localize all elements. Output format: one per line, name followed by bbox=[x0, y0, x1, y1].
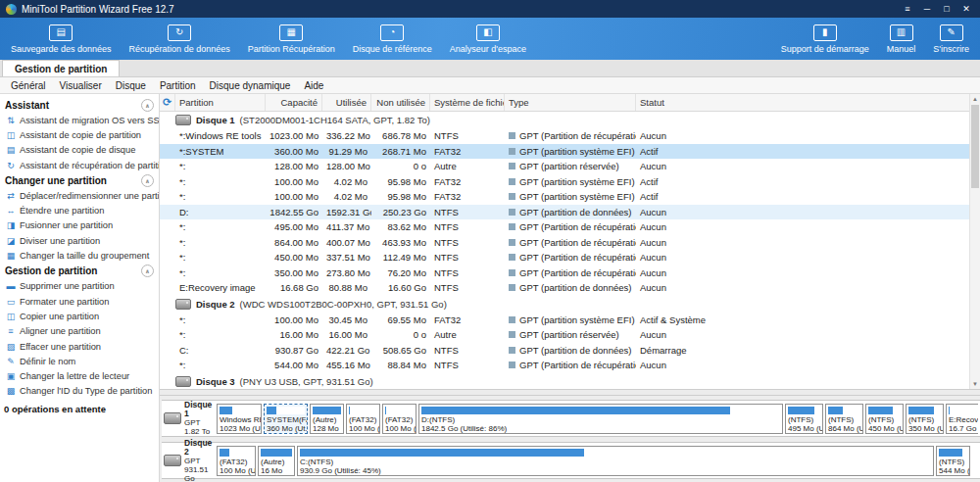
table-row[interactable]: *:100.00 Mo4.02 Mo95.98 MoFAT32GPT (part… bbox=[160, 174, 969, 190]
sidebar-item-assistant-de-migration-os-vers-ssd-hd[interactable]: ⇅Assistant de migration OS vers SSD/HD bbox=[0, 113, 159, 127]
vertical-scrollbar[interactable]: ▲ ▼ bbox=[969, 94, 980, 389]
toolbar-sauvegarde-des-donnees[interactable]: ▤Sauvegarde des données bbox=[2, 18, 121, 60]
toolbar-right-group: ▮Support de démarrage▥Manuel✎S'inscrire bbox=[772, 18, 978, 60]
maximize-button[interactable]: □ bbox=[937, 0, 956, 18]
sidebar-item-copier-une-partition[interactable]: ◫Copier une partition bbox=[0, 309, 159, 323]
partition-block[interactable]: (NTFS)864 Mo (Uti bbox=[825, 404, 863, 434]
table-row[interactable]: *:350.00 Mo273.80 Mo76.20 MoNTFSGPT (Par… bbox=[160, 265, 969, 281]
table-row[interactable]: *:16.00 Mo16.00 Mo0 oAutreGPT (partition… bbox=[160, 327, 969, 343]
disk-group-header[interactable]: Disque 3(PNY U3 USB, GPT, 931.51 Go) bbox=[160, 373, 969, 390]
splitter[interactable] bbox=[160, 389, 980, 396]
menu-general[interactable]: Général bbox=[4, 80, 53, 91]
sidebar-item-diviser-une-partition[interactable]: ◪Diviser une partition bbox=[0, 233, 159, 248]
sidebar-item-fusionner-une-partition[interactable]: ◨Fusionner une partition bbox=[0, 218, 159, 233]
partition-block[interactable]: (NTFS)450 Mo (Uti bbox=[865, 404, 904, 434]
sidebar-item-icon: ▩ bbox=[6, 386, 16, 396]
sidebar-item-effacer-une-partition[interactable]: ▨Effacer une partition bbox=[0, 339, 159, 354]
scroll-down-icon[interactable]: ▼ bbox=[972, 379, 978, 389]
toolbar-recuperation-de-donnees[interactable]: ↻Récupération de données bbox=[121, 18, 239, 60]
table-row[interactable]: *:450.00 Mo337.51 Mo112.49 MoNTFSGPT (Pa… bbox=[160, 250, 969, 265]
usage-bar bbox=[939, 449, 967, 457]
partition-block[interactable]: (FAT32)100 Mo (Ut) bbox=[346, 404, 380, 434]
partition-block[interactable]: C:(NTFS)930.9 Go (Utilisé: 45%) bbox=[297, 446, 934, 476]
sidebar-item-aligner-une-partition[interactable]: ≡Aligner une partition bbox=[0, 324, 159, 339]
partition-block[interactable]: D:(NTFS)1842.5 Go (Utilisé: 86%) bbox=[418, 404, 783, 434]
disk-group-header[interactable]: Disque 1(ST2000DM001-1CH164 SATA, GPT, 1… bbox=[160, 112, 969, 128]
partition-block[interactable]: Windows RE1023 Mo (U... bbox=[217, 404, 262, 434]
table-row[interactable]: C:930.87 Go422.21 Go508.65 GoNTFSGPT (pa… bbox=[160, 343, 969, 359]
partition-block[interactable]: SYSTEM(FAT360 Mo (Ut... bbox=[264, 404, 308, 434]
toolbar-item-label: Disque de référence bbox=[353, 44, 432, 54]
close-button[interactable]: ✕ bbox=[956, 0, 976, 18]
table-row[interactable]: *:100.00 Mo4.02 Mo95.98 MoFAT32GPT (part… bbox=[160, 189, 969, 205]
sidebar-item-changer-la-lettre-de-lecteur[interactable]: ▣Changer la lettre de lecteur bbox=[0, 368, 159, 383]
menu-visualiser[interactable]: Visualiser bbox=[53, 80, 109, 91]
sidebar-item-deplacer-redimensionner-une-partition[interactable]: ⇄Déplacer/redimensionner une partition bbox=[0, 188, 159, 203]
collapse-icon[interactable]: ∧ bbox=[141, 174, 154, 187]
table-row[interactable]: *:495.00 Mo411.37 Mo83.62 MoNTFSGPT (Par… bbox=[160, 219, 969, 235]
toolbar-support-de-demarrage[interactable]: ▮Support de démarrage bbox=[772, 18, 878, 60]
toolbar-s-inscrire[interactable]: ✎S'inscrire bbox=[924, 18, 978, 60]
partition-block[interactable]: (FAT32)100 Mo (Ut) bbox=[217, 446, 256, 476]
register-icon: ✎ bbox=[940, 24, 963, 41]
section-header-assistant[interactable]: Assistant∧ bbox=[0, 97, 159, 113]
table-row[interactable]: *:864.00 Mo400.07 Mo463.93 MoNTFSGPT (Pa… bbox=[160, 235, 969, 251]
section-header-changer-une-partition[interactable]: Changer une partition∧ bbox=[0, 172, 159, 188]
sidebar-item-formater-une-partition[interactable]: ▭Formater une partition bbox=[0, 294, 159, 309]
partition-block[interactable]: (NTFS)544 Mo (Uti bbox=[936, 446, 970, 476]
partition-block[interactable]: (FAT32)100 Mo (Ut) bbox=[382, 404, 416, 434]
collapse-icon[interactable]: ∧ bbox=[141, 265, 154, 277]
table-row[interactable]: *:100.00 Mo30.45 Mo69.55 MoFAT32GPT (par… bbox=[160, 313, 969, 328]
sidebar-item-assistant-de-copie-de-disque[interactable]: ▤Assistant de copie de disque bbox=[0, 143, 159, 158]
table-row[interactable]: *:128.00 Mo128.00 Mo0 oAutreGPT (partiti… bbox=[160, 159, 969, 174]
disk-group-header[interactable]: Disque 2(WDC WDS100T2B0C-00PXH0, GPT, 93… bbox=[160, 296, 969, 313]
table-row[interactable]: D:1842.55 Go1592.31 Go250.23 GoNTFSGPT (… bbox=[160, 205, 969, 220]
menu-disque-dynamique[interactable]: Disque dynamique bbox=[203, 80, 298, 91]
table-row[interactable]: *:SYSTEM360.00 Mo91.29 Mo268.71 MoFAT32G… bbox=[160, 144, 969, 160]
table-row[interactable]: E:Recovery image16.68 Go80.88 Mo16.60 Go… bbox=[160, 280, 969, 296]
toolbar-disque-de-reference[interactable]: ◔Disque de référence bbox=[344, 18, 441, 60]
partition-block[interactable]: (NTFS)350 Mo (Uti bbox=[906, 404, 944, 434]
column-header-utilisee: Utilisée bbox=[322, 94, 371, 111]
partition-block[interactable]: (Autre)128 Mo bbox=[310, 404, 344, 434]
cell-partition: *:Windows RE tools bbox=[160, 130, 266, 141]
sidebar-item-supprimer-une-partition[interactable]: ▬Supprimer une partition bbox=[0, 279, 159, 294]
menu-partition[interactable]: Partition bbox=[153, 80, 203, 91]
partition-block[interactable]: E:Recovery I...16.7 Go bbox=[946, 404, 978, 434]
scroll-up-icon[interactable]: ▲ bbox=[972, 94, 978, 104]
scroll-thumb[interactable] bbox=[971, 105, 979, 188]
minimize-button[interactable]: ─ bbox=[917, 0, 937, 18]
disk-map-label[interactable]: Disque 1GPT1.82 To bbox=[164, 401, 217, 436]
sidebar-item-changer-la-taille-du-groupement[interactable]: ▦Changer la taille du groupement bbox=[0, 248, 159, 263]
sidebar-item-assistant-de-copie-de-partition[interactable]: ◫Assistant de copie de partition bbox=[0, 127, 159, 142]
partition-block[interactable]: (NTFS)495 Mo (Uti bbox=[785, 404, 823, 434]
manual-icon: ▥ bbox=[890, 24, 913, 41]
cell-type-label: GPT (partition réservée) bbox=[519, 161, 619, 171]
column-header-systeme-de-fichiers: Système de fichiers bbox=[430, 94, 505, 111]
cell-type: GPT (partition de données) bbox=[505, 345, 636, 356]
sidebar-item-changer-l-id-du-type-de-partition[interactable]: ▩Changer l'ID du Type de partition bbox=[0, 384, 159, 399]
sidebar-item-etendre-une-partition[interactable]: ↔Étendre une partition bbox=[0, 203, 159, 217]
disk-map-label[interactable]: Disque 2GPT931.51 Go bbox=[164, 439, 217, 482]
toolbar-analyseur-d-espace[interactable]: ◧Analyseur d'espace bbox=[441, 18, 535, 60]
collapse-icon[interactable]: ∧ bbox=[141, 99, 154, 112]
table-row[interactable]: *:Windows RE tools1023.00 Mo336.22 Mo686… bbox=[160, 128, 969, 144]
cell-status: Aucun bbox=[636, 130, 969, 141]
sidebar-item-definir-le-nom[interactable]: ✎Définir le nom bbox=[0, 354, 159, 368]
partition-block[interactable]: (Autre)16 Mo bbox=[258, 446, 295, 476]
menu-aide[interactable]: Aide bbox=[297, 80, 330, 91]
tab-gestion-de-partition[interactable]: Gestion de partition bbox=[2, 60, 120, 76]
table-row[interactable]: *:544.00 Mo455.16 Mo88.84 MoNTFSGPT (Par… bbox=[160, 358, 969, 373]
cell-status: Aucun bbox=[636, 207, 969, 217]
cell-partition: *: bbox=[160, 314, 266, 325]
cell-filesystem: FAT32 bbox=[430, 314, 505, 325]
app-window: MiniTool Partition Wizard Free 12.7 ≡ ─ … bbox=[0, 0, 980, 482]
section-header-gestion-de-partition[interactable]: Gestion de partition∧ bbox=[0, 264, 159, 279]
cell-type-label: GPT (Partition de récupération) bbox=[519, 252, 636, 263]
app-menu-icon[interactable]: ≡ bbox=[898, 0, 917, 18]
toolbar-manuel[interactable]: ▥Manuel bbox=[878, 18, 925, 60]
menu-disque[interactable]: Disque bbox=[109, 80, 153, 91]
toolbar-partition-recuperation[interactable]: ▦Partition Récupération bbox=[239, 18, 344, 60]
refresh-icon[interactable]: ⟳ bbox=[163, 96, 172, 109]
sidebar-item-assistant-de-recuperation-de-partition[interactable]: ↻Assistant de récupération de partition bbox=[0, 158, 159, 172]
